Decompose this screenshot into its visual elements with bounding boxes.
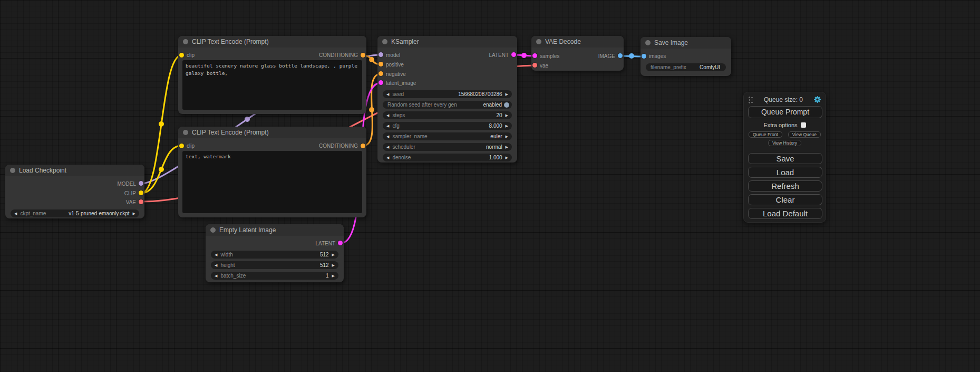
filename-prefix-widget[interactable]: filename_prefix ComfyUI (646, 63, 726, 71)
slot-label-negative: negative (386, 71, 406, 77)
latent-image-input-dot[interactable] (379, 80, 383, 85)
node-collapse-dot[interactable] (536, 39, 541, 44)
increment-arrow-icon[interactable]: ▶ (332, 272, 335, 280)
extra-options-label: Extra options (763, 122, 797, 128)
extra-options-checkbox[interactable] (801, 122, 806, 128)
node-ksampler[interactable]: KSampler model LATENT positive negative … (377, 36, 517, 163)
prev-value-arrow-icon[interactable]: ◀ (386, 143, 389, 151)
node-clip-text-encode-positive[interactable]: CLIP Text Encode (Prompt) clip CONDITION… (178, 36, 366, 114)
increment-arrow-icon[interactable]: ▶ (332, 251, 335, 259)
next-value-arrow-icon[interactable]: ▶ (506, 143, 508, 151)
load-default-button[interactable]: Load Default (748, 208, 822, 219)
conditioning-output-dot[interactable] (361, 144, 365, 148)
widget-value: normal (486, 144, 502, 150)
graph-canvas[interactable]: Load Checkpoint MODEL CLIP VAE ◀ ckpt_na… (0, 0, 980, 372)
node-empty-latent-image[interactable]: Empty Latent Image LATENT ◀ width 512 ▶ … (206, 224, 344, 282)
node-title: CLIP Text Encode (Prompt) (192, 129, 269, 136)
decrement-arrow-icon[interactable]: ◀ (386, 90, 389, 98)
batch-size-widget[interactable]: ◀ batch_size 1 ▶ (211, 272, 338, 280)
widget-value: 512 (320, 262, 329, 268)
slot-row: clip CONDITIONING (178, 50, 366, 60)
load-button[interactable]: Load (748, 167, 822, 178)
model-output-dot[interactable] (139, 181, 143, 186)
node-collapse-dot[interactable] (382, 39, 387, 44)
node-vae-decode[interactable]: VAE Decode samples IMAGE vae (531, 36, 624, 71)
toggle-knob[interactable] (504, 102, 509, 108)
comfy-menu-panel[interactable]: Queue size: 0 Queue Prompt Extra options… (743, 92, 826, 223)
decrement-arrow-icon[interactable]: ◀ (386, 111, 389, 119)
positive-input-dot[interactable] (379, 62, 383, 66)
decrement-arrow-icon[interactable]: ◀ (215, 251, 217, 259)
clip-output-dot[interactable] (139, 190, 143, 195)
save-button[interactable]: Save (748, 153, 822, 164)
prev-value-arrow-icon[interactable]: ◀ (14, 209, 17, 217)
model-input-dot[interactable] (379, 52, 383, 57)
node-collapse-dot[interactable] (183, 130, 188, 135)
next-value-arrow-icon[interactable]: ▶ (133, 209, 135, 217)
queue-prompt-button[interactable]: Queue Prompt (748, 106, 822, 118)
wire-midpoint-dot-clip-a (159, 121, 164, 127)
height-widget[interactable]: ◀ height 512 ▶ (211, 261, 338, 269)
save-image-title-bar[interactable]: Save Image (641, 37, 731, 49)
clip-positive-title-bar[interactable]: CLIP Text Encode (Prompt) (178, 36, 366, 47)
increment-arrow-icon[interactable]: ▶ (506, 111, 508, 119)
prev-value-arrow-icon[interactable]: ◀ (386, 132, 389, 140)
ksampler-title-bar[interactable]: KSampler (377, 36, 517, 47)
scheduler-widget[interactable]: ◀ scheduler normal ▶ (383, 143, 512, 151)
vae-input-dot[interactable] (532, 63, 537, 68)
increment-arrow-icon[interactable]: ▶ (332, 261, 335, 269)
widget-value: 8.000 (489, 123, 502, 129)
vae-output-dot[interactable] (139, 199, 143, 204)
node-collapse-dot[interactable] (210, 227, 216, 233)
node-title: Save Image (654, 39, 688, 46)
negative-input-dot[interactable] (379, 71, 383, 76)
node-save-image[interactable]: Save Image images filename_prefix ComfyU… (641, 37, 731, 76)
drag-handle-icon[interactable] (748, 96, 753, 103)
samples-input-dot[interactable] (532, 53, 537, 58)
increment-arrow-icon[interactable]: ▶ (506, 122, 508, 130)
widget-value: 1.000 (489, 155, 502, 160)
node-collapse-dot[interactable] (645, 40, 651, 45)
node-collapse-dot[interactable] (10, 168, 15, 173)
next-value-arrow-icon[interactable]: ▶ (506, 132, 508, 140)
clip-input-dot[interactable] (179, 144, 184, 148)
node-load-checkpoint[interactable]: Load Checkpoint MODEL CLIP VAE ◀ ckpt_na… (5, 165, 144, 218)
widget-value: v1-5-pruned-emaonly.ckpt (69, 211, 129, 216)
decrement-arrow-icon[interactable]: ◀ (386, 122, 389, 130)
clip-negative-title-bar[interactable]: CLIP Text Encode (Prompt) (178, 127, 366, 138)
negative-prompt-textarea[interactable]: text, watermark (182, 151, 362, 213)
queue-front-button[interactable]: Queue Front (749, 131, 782, 138)
decrement-arrow-icon[interactable]: ◀ (215, 261, 217, 269)
load-checkpoint-title-bar[interactable]: Load Checkpoint (5, 165, 144, 176)
clear-button[interactable]: Clear (748, 194, 822, 205)
conditioning-output-dot[interactable] (361, 53, 365, 58)
width-widget[interactable]: ◀ width 512 ▶ (211, 251, 338, 259)
random-seed-toggle-widget[interactable]: Random seed after every gen enabled (383, 101, 512, 109)
decrement-arrow-icon[interactable]: ◀ (215, 272, 217, 280)
decrement-arrow-icon[interactable]: ◀ (386, 154, 389, 161)
positive-prompt-textarea[interactable]: beautiful scenery nature glass bottle la… (182, 60, 362, 110)
cfg-widget[interactable]: ◀ cfg 8.000 ▶ (383, 122, 512, 130)
widget-label: Random seed after every gen (387, 102, 457, 108)
settings-gear-icon[interactable] (813, 96, 821, 103)
empty-latent-title-bar[interactable]: Empty Latent Image (206, 224, 344, 236)
output-slot-latent: LATENT (206, 239, 344, 248)
node-collapse-dot[interactable] (183, 39, 188, 44)
node-clip-text-encode-negative[interactable]: CLIP Text Encode (Prompt) clip CONDITION… (178, 127, 366, 217)
sampler-name-widget[interactable]: ◀ sampler_name euler ▶ (383, 132, 512, 140)
steps-widget[interactable]: ◀ steps 20 ▶ (383, 111, 512, 119)
denoise-widget[interactable]: ◀ denoise 1.000 ▶ (383, 154, 512, 161)
refresh-button[interactable]: Refresh (748, 180, 822, 192)
vae-decode-title-bar[interactable]: VAE Decode (531, 36, 624, 47)
image-output-dot[interactable] (618, 53, 623, 58)
increment-arrow-icon[interactable]: ▶ (506, 90, 508, 98)
view-history-button[interactable]: View History (768, 140, 801, 146)
latent-output-dot[interactable] (511, 52, 516, 57)
increment-arrow-icon[interactable]: ▶ (506, 154, 508, 161)
view-queue-button[interactable]: View Queue (788, 131, 821, 138)
clip-input-dot[interactable] (179, 53, 184, 58)
ckpt-name-widget[interactable]: ◀ ckpt_name v1-5-pruned-emaonly.ckpt ▶ (11, 209, 139, 217)
seed-widget[interactable]: ◀ seed 156680208700286 ▶ (383, 90, 512, 98)
latent-output-dot[interactable] (338, 241, 343, 245)
images-input-dot[interactable] (642, 54, 646, 59)
